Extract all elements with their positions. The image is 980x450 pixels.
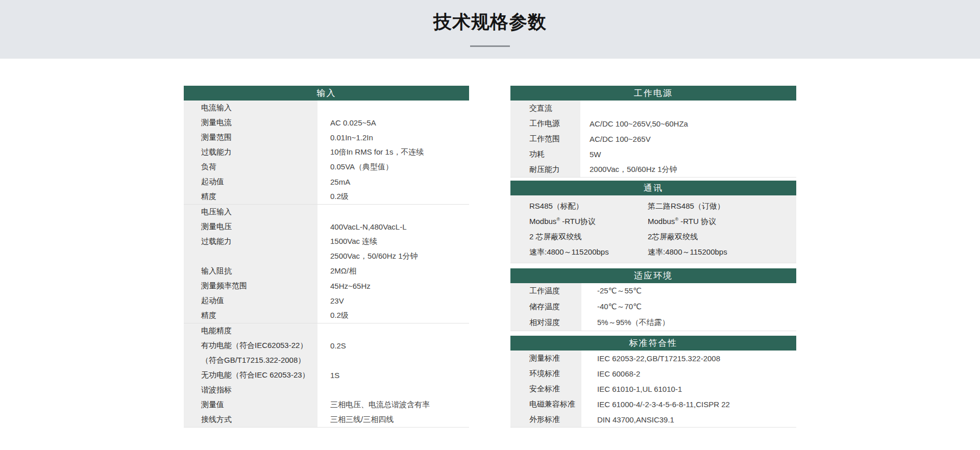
row-value: IEC 62053-22,GB/T17215.322-2008 — [581, 351, 796, 366]
spec-row: 精度0.2级 — [184, 189, 469, 204]
comm-wire: 2芯屏蔽双绞线 — [648, 229, 796, 244]
title-underline — [470, 45, 510, 47]
comm-protocol: Modbus® -RTU协议 — [529, 214, 648, 229]
row-value: AC 0.025~5A — [317, 115, 469, 130]
spec-row: 耐压能力2000Vac，50/60Hz 1分钟 — [510, 162, 796, 177]
comm-protocol-name: Modbus — [529, 217, 556, 226]
spec-row: 无功电能（符合IEC 62053-23）1S — [184, 368, 469, 383]
row-value: 0.01In~1.2In — [317, 130, 469, 145]
row-value: IEC 60068-2 — [581, 366, 796, 381]
row-label: 测量频率范围 — [184, 279, 317, 293]
spec-row: 测量标准IEC 62053-22,GB/T17215.322-2008 — [510, 351, 796, 366]
spec-row: 安全标准IEC 61010-1,UL 61010-1 — [510, 381, 796, 396]
table-body-environment: 工作温度-25℃～55℃ 储存温度-40℃～70℃ 相对湿度5%～95%（不结露… — [510, 283, 796, 331]
row-value: 45Hz~65Hz — [317, 279, 469, 293]
row-label: 起动值 — [184, 174, 317, 189]
spec-row: 测量电流AC 0.025~5A — [184, 115, 469, 130]
row-value: 2MΩ/相 — [317, 264, 469, 279]
row-label: 谐波指标 — [184, 383, 317, 397]
spec-table-input: 输入 电流输入 测量电流AC 0.025~5A 测量范围0.01In~1.2In… — [184, 86, 469, 428]
row-label: 环境标准 — [510, 366, 581, 381]
table-header-power: 工作电源 — [510, 86, 796, 101]
spec-row: 工作电源AC/DC 100~265V,50~60HZa — [510, 116, 796, 131]
row-label: 储存温度 — [510, 299, 581, 315]
spec-row: 相对湿度5%～95%（不结露） — [510, 315, 796, 331]
spec-row: 工作温度-25℃～55℃ — [510, 283, 796, 299]
row-label: 无功电能（符合IEC 62053-23） — [184, 368, 317, 383]
comm-protocol-name: Modbus — [648, 217, 675, 226]
row-value: 10倍In RMS for 1s，不连续 — [317, 145, 469, 160]
row-label: 工作温度 — [510, 283, 581, 299]
comm-rate: 速率:4800～115200bps — [648, 244, 796, 260]
comm-wire: 2 芯屏蔽双绞线 — [529, 229, 648, 244]
row-value — [317, 205, 469, 219]
row-label: 起动值 — [184, 293, 317, 308]
spec-row: 电流输入 — [184, 101, 469, 115]
row-value: 5%～95%（不结露） — [581, 315, 796, 331]
spec-row: 谐波指标 — [184, 383, 469, 397]
spec-table-comm: 通讯 RS485（标配） Modbus® -RTU协议 2 芯屏蔽双绞线 速率:… — [510, 181, 796, 263]
spec-row: 过载能力10倍In RMS for 1s，不连续 — [184, 145, 469, 160]
spec-row: （符合GB/T17215.322-2008） — [184, 353, 469, 368]
table-header-comm: 通讯 — [510, 181, 796, 195]
row-value — [580, 101, 796, 116]
spec-row: 工作范围AC/DC 100~265V — [510, 131, 796, 146]
row-label: 测量电压 — [184, 219, 317, 234]
row-label: 有功电能（符合IEC62053-22） — [184, 338, 317, 353]
spec-content: 输入 电流输入 测量电流AC 0.025~5A 测量范围0.01In~1.2In… — [0, 86, 980, 428]
row-value — [317, 101, 469, 115]
page-title: 技术规格参数 — [0, 0, 980, 35]
spec-row: 有功电能（符合IEC62053-22）0.2S — [184, 338, 469, 353]
spec-table-standards: 标准符合性 测量标准IEC 62053-22,GB/T17215.322-200… — [510, 336, 796, 428]
spec-table-power: 工作电源 交直流 工作电源AC/DC 100~265V,50~60HZa 工作范… — [510, 86, 796, 178]
row-label — [184, 249, 317, 264]
spec-row: 电磁兼容标准IEC 61000-4/-2-3-4-5-6-8-11,CISPR … — [510, 396, 796, 412]
table-body-input: 电流输入 测量电流AC 0.025~5A 测量范围0.01In~1.2In 过载… — [184, 101, 469, 428]
row-value: 三相三线/三相四线 — [317, 412, 469, 427]
row-label: 负荷 — [184, 160, 317, 174]
row-label: 工作范围 — [510, 131, 580, 146]
row-value: DIN 43700,ANSIC39.1 — [581, 412, 796, 427]
row-label: 电压输入 — [184, 205, 317, 219]
comm-channel-primary: RS485（标配） Modbus® -RTU协议 2 芯屏蔽双绞线 速率:480… — [510, 198, 648, 260]
comm-channel-name: RS485（标配） — [529, 198, 648, 214]
row-label: 耐压能力 — [510, 162, 580, 177]
row-value: 0.05VA（典型值） — [317, 160, 469, 174]
row-value: AC/DC 100~265V,50~60HZa — [580, 116, 796, 131]
spec-table-environment: 适应环境 工作温度-25℃～55℃ 储存温度-40℃～70℃ 相对湿度5%～95… — [510, 268, 796, 331]
row-label: 电能精度 — [184, 323, 317, 338]
row-label: 交直流 — [510, 101, 580, 116]
row-value: 25mA — [317, 174, 469, 189]
row-label: 电磁兼容标准 — [510, 396, 581, 412]
spec-row: 交直流 — [510, 101, 796, 116]
row-value: 1S — [317, 368, 469, 383]
table-header-input: 输入 — [184, 86, 469, 101]
row-label: 过载能力 — [184, 145, 317, 160]
row-value — [317, 323, 469, 338]
row-value: -40℃～70℃ — [581, 299, 796, 315]
spec-row: 过载能力1500Vac 连续 — [184, 234, 469, 249]
comm-protocol: Modbus® -RTU 协议 — [648, 214, 796, 229]
row-value: 三相电压、电流总谐波含有率 — [317, 397, 469, 412]
spec-row: 输入阻抗2MΩ/相 — [184, 264, 469, 279]
spec-row: 环境标准IEC 60068-2 — [510, 366, 796, 381]
row-value: 2000Vac，50/60Hz 1分钟 — [580, 162, 796, 177]
row-value: 2500Vac，50/60Hz 1分钟 — [317, 249, 469, 264]
row-label: 精度 — [184, 308, 317, 323]
table-body-standards: 测量标准IEC 62053-22,GB/T17215.322-2008 环境标准… — [510, 351, 796, 428]
row-value: IEC 61010-1,UL 61010-1 — [581, 381, 796, 396]
row-label: 外形标准 — [510, 412, 581, 427]
spec-row: 测量范围0.01In~1.2In — [184, 130, 469, 145]
row-label: 测量电流 — [184, 115, 317, 130]
row-label: 电流输入 — [184, 101, 317, 115]
spec-row: 精度0.2级 — [184, 308, 469, 323]
spec-row: 起动值23V — [184, 293, 469, 308]
row-value: 400VacL-N,480VacL-L — [317, 219, 469, 234]
comm-rate: 速率:4800～115200bps — [529, 244, 648, 260]
spec-row-section-voltage: 电压输入 — [184, 204, 469, 219]
table-header-standards: 标准符合性 — [510, 336, 796, 351]
row-value: AC/DC 100~265V — [580, 131, 796, 146]
row-value — [317, 353, 469, 368]
row-label: 过载能力 — [184, 234, 317, 249]
row-value: 0.2级 — [317, 308, 469, 323]
